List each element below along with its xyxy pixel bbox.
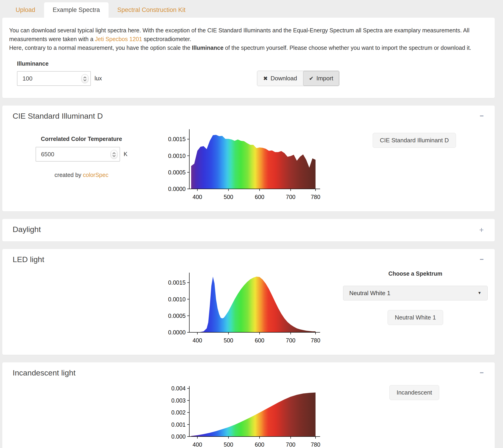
svg-text:0.0010: 0.0010 [168, 153, 186, 159]
incandescent-panel-header: Incandescent light − [13, 368, 486, 377]
svg-text:780: 780 [311, 337, 320, 344]
cie-illuminant-panel: CIE Standard Illuminant D − Correlated C… [2, 106, 495, 211]
led-spectrum-chart: 4005006007007800.00000.00050.00100.0015 [166, 270, 327, 346]
spectrum-select-value: Neutral White 1 [349, 290, 390, 297]
led-panel-title: LED light [13, 255, 44, 264]
illuminance-unit: lux [94, 75, 102, 82]
illuminance-row: lux ✖ Download ✔ Import [9, 71, 488, 86]
incandescent-button[interactable]: Incandescent [389, 385, 439, 400]
incandescent-panel-body: 4005006007007800.0000.0010.0020.0030.004… [13, 383, 486, 448]
illuminance-stepper[interactable] [81, 74, 89, 83]
download-button[interactable]: ✖ Download [257, 71, 303, 86]
incandescent-panel: Incandescent light − 4005006007007800.00… [2, 362, 495, 448]
import-button[interactable]: ✔ Import [303, 71, 339, 86]
illuminance-label: Illuminance [17, 60, 488, 67]
caret-down-icon: ▼ [477, 291, 481, 295]
svg-text:0.0005: 0.0005 [168, 313, 186, 319]
intro-p2-tail: of the spectrum yourself. Please choose … [223, 45, 471, 51]
svg-text:500: 500 [224, 441, 233, 448]
svg-text:700: 700 [286, 337, 296, 344]
svg-text:0.0005: 0.0005 [168, 169, 186, 176]
cie-panel-title: CIE Standard Illuminant D [13, 112, 103, 120]
svg-text:700: 700 [286, 441, 296, 448]
svg-text:780: 780 [311, 194, 320, 200]
tab-upload[interactable]: Upload [7, 2, 44, 18]
intro-paragraph-2: Here, contrary to a normal measurement, … [9, 43, 488, 52]
jeti-specbos-link[interactable]: Jeti Specbos 1201 [95, 36, 142, 42]
page: Upload Example Spectra Spectral Construc… [0, 0, 503, 448]
chevron-up-icon [83, 76, 87, 79]
svg-text:0.0015: 0.0015 [168, 136, 186, 142]
incandescent-spectrum-chart: 4005006007007800.0000.0010.0020.0030.004 [166, 383, 327, 448]
import-label: Import [316, 75, 333, 82]
daylight-panel: Daylight + [2, 219, 495, 241]
svg-text:0.001: 0.001 [171, 421, 186, 428]
svg-text:400: 400 [192, 194, 202, 200]
svg-text:400: 400 [192, 337, 202, 344]
download-import-group: ✖ Download ✔ Import [257, 71, 340, 86]
svg-text:0.0015: 0.0015 [168, 279, 186, 286]
collapse-minus-icon[interactable]: − [478, 112, 486, 120]
svg-text:600: 600 [255, 194, 264, 200]
cct-input-wrap [36, 147, 120, 161]
cct-input[interactable] [36, 147, 120, 161]
svg-text:0.000: 0.000 [171, 433, 186, 440]
led-light-panel: LED light − 4005006007007800.00000.00050… [2, 249, 495, 355]
collapse-minus-icon[interactable]: − [478, 368, 486, 377]
download-label: Download [270, 75, 297, 82]
illuminance-input-wrap [17, 71, 91, 86]
neutral-white-button[interactable]: Neutral White 1 [388, 310, 443, 325]
intro-text: You can download several typical light s… [9, 26, 488, 52]
credit-text: created by [55, 172, 83, 178]
chevron-up-icon [112, 152, 116, 154]
expand-plus-icon[interactable]: + [477, 225, 486, 235]
check-icon: ✔ [309, 75, 314, 82]
svg-text:0.0000: 0.0000 [168, 329, 186, 336]
cct-label: Correlated Color Temperature [41, 136, 122, 142]
incandescent-panel-title: Incandescent light [13, 368, 76, 377]
cct-stepper[interactable] [110, 150, 118, 159]
svg-text:0.002: 0.002 [171, 409, 186, 416]
illuminance-input[interactable] [17, 71, 91, 86]
intro-paragraph-1: You can download several typical light s… [9, 26, 488, 43]
svg-text:500: 500 [224, 194, 233, 200]
led-panel-body: 4005006007007800.00000.00050.00100.0015 … [13, 270, 486, 346]
chevron-down-icon [83, 79, 87, 81]
daylight-panel-header: Daylight + [13, 225, 486, 235]
svg-text:600: 600 [255, 337, 264, 344]
svg-text:700: 700 [286, 194, 296, 200]
tab-spectral-construction-kit[interactable]: Spectral Construction Kit [109, 2, 194, 18]
intro-p2-text: Here, contrary to a normal measurement, … [9, 45, 192, 51]
daylight-panel-title: Daylight [13, 225, 41, 234]
cct-row: K [36, 147, 127, 161]
colorspec-link[interactable]: colorSpec [83, 172, 108, 178]
credit-line: created by colorSpec [55, 172, 109, 178]
led-panel-header: LED light − [13, 255, 486, 264]
svg-text:780: 780 [311, 441, 320, 448]
tab-bar: Upload Example Spectra Spectral Construc… [7, 2, 495, 18]
svg-text:400: 400 [192, 441, 202, 448]
incandescent-left-spacer [13, 383, 150, 448]
spectrum-select[interactable]: Neutral White 1 ▼ [343, 286, 488, 300]
cie-panel-body: Correlated Color Temperature K created b… [13, 127, 486, 202]
svg-text:0.003: 0.003 [171, 397, 186, 404]
cct-unit: K [124, 151, 127, 158]
svg-text:500: 500 [224, 337, 233, 344]
tab-example-spectra[interactable]: Example Spectra [44, 2, 109, 18]
svg-text:0.0000: 0.0000 [168, 186, 186, 192]
svg-text:0.0010: 0.0010 [168, 296, 186, 303]
intro-p1-text: You can download several typical light s… [9, 27, 470, 42]
cie-panel-header: CIE Standard Illuminant D − [13, 112, 486, 120]
cie-illuminant-button[interactable]: CIE Standard Illuminant D [373, 133, 456, 148]
svg-text:600: 600 [255, 441, 264, 448]
cie-controls: Correlated Color Temperature K created b… [13, 127, 150, 202]
led-left-spacer [13, 270, 150, 346]
chevron-down-icon [112, 155, 116, 157]
x-icon: ✖ [263, 75, 268, 82]
intro-p1-tail: spectroradiometer. [142, 36, 191, 42]
svg-text:0.004: 0.004 [171, 385, 186, 392]
example-spectra-panel: You can download several typical light s… [2, 18, 495, 98]
choose-spectrum-label: Choose a Spektrum [389, 270, 442, 277]
collapse-minus-icon[interactable]: − [478, 255, 486, 264]
intro-p2-bold: Illuminance [192, 45, 223, 51]
